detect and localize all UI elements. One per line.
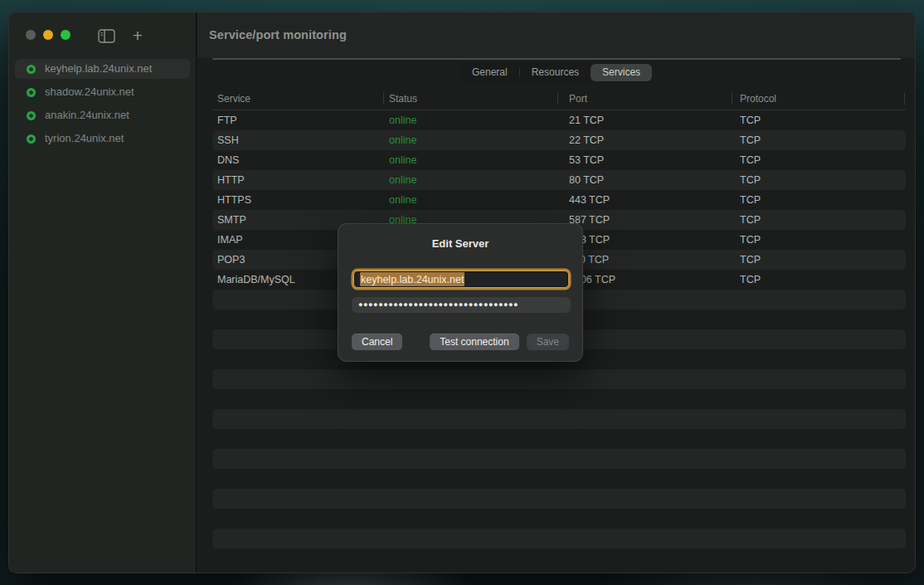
tab-services[interactable]: Services	[591, 64, 652, 81]
cell-service: IMAP	[217, 230, 243, 250]
selected-text: keyhelp.lab.24unix.net	[360, 272, 464, 286]
page-title: Service/port monitoring	[209, 12, 347, 58]
cell-protocol: TCP	[740, 170, 761, 190]
sidebar-item-server[interactable]: anakin.24unix.net	[15, 105, 190, 125]
cell-status: online	[389, 150, 416, 170]
online-status-dot-icon	[27, 65, 36, 74]
table-row[interactable]: FTPonline21 TCPTCP	[212, 110, 906, 130]
save-button[interactable]: Save	[527, 334, 569, 350]
cell-protocol: TCP	[740, 210, 761, 230]
empty-row	[212, 429, 906, 449]
cell-status: online	[389, 190, 416, 210]
server-host-input[interactable]: keyhelp.lab.24unix.net	[353, 271, 569, 288]
cell-port: 22 TCP	[569, 130, 604, 150]
cell-port: 21 TCP	[569, 110, 604, 130]
traffic-lights	[26, 30, 78, 40]
sidebar: + keyhelp.lab.24unix.netshadow.24unix.ne…	[9, 12, 197, 573]
column-separator	[904, 93, 905, 105]
tab-resources[interactable]: Resources	[520, 64, 591, 81]
column-separator	[383, 93, 384, 105]
test-connection-button[interactable]: Test connection	[430, 334, 518, 350]
empty-row	[212, 369, 906, 389]
cell-status: online	[389, 170, 416, 190]
column-header-status[interactable]: Status	[389, 87, 417, 110]
cell-protocol: TCP	[740, 130, 761, 150]
column-separator	[557, 93, 558, 105]
cell-service: SSH	[217, 130, 239, 150]
zoom-button[interactable]	[61, 30, 71, 40]
cell-protocol: TCP	[740, 110, 761, 130]
cell-protocol: TCP	[740, 230, 761, 250]
server-label: tyrion.24unix.net	[45, 132, 124, 144]
add-server-button[interactable]: +	[127, 27, 148, 44]
empty-row	[212, 389, 906, 409]
server-list: keyhelp.lab.24unix.netshadow.24unix.neta…	[15, 59, 190, 152]
sidebar-toolbar: +	[95, 27, 148, 44]
close-button[interactable]	[26, 30, 36, 40]
column-separator	[732, 93, 732, 105]
cell-protocol: TCP	[740, 190, 761, 210]
server-label: keyhelp.lab.24unix.net	[45, 62, 152, 75]
sidebar-item-server[interactable]: keyhelp.lab.24unix.net	[15, 59, 190, 79]
dialog-title: Edit Server	[338, 237, 582, 250]
minimize-button[interactable]	[43, 30, 53, 40]
titlebar: Service/port monitoring	[197, 12, 915, 58]
cell-port: 53 TCP	[569, 150, 604, 170]
empty-row	[212, 489, 906, 509]
table-row[interactable]: HTTPSonline443 TCPTCP	[212, 190, 906, 210]
cell-protocol: TCP	[740, 270, 761, 290]
dialog-buttons: Cancel Test connection Save	[352, 334, 569, 350]
column-header-service[interactable]: Service	[217, 87, 250, 110]
empty-row	[212, 469, 906, 489]
server-label: shadow.24unix.net	[45, 85, 134, 98]
edit-server-dialog: Edit Server keyhelp.lab.24unix.net ●●●●●…	[338, 223, 583, 362]
table-row[interactable]: SSHonline22 TCPTCP	[212, 130, 906, 150]
empty-row	[212, 409, 906, 429]
empty-row	[212, 509, 906, 529]
column-header-port[interactable]: Port	[569, 87, 587, 110]
content-divider	[212, 58, 901, 60]
tab-bar: GeneralResourcesServices	[460, 63, 653, 82]
online-status-dot-icon	[27, 88, 36, 97]
cell-service: FTP	[217, 110, 237, 130]
empty-row	[212, 449, 906, 469]
cell-service: HTTPS	[217, 190, 251, 210]
table-header: ServiceStatusPortProtocol	[212, 87, 906, 110]
cell-service: SMTP	[217, 210, 246, 230]
sidebar-item-server[interactable]: shadow.24unix.net	[15, 82, 190, 102]
table-row[interactable]: DNSonline53 TCPTCP	[212, 150, 906, 170]
sidebar-item-server[interactable]: tyrion.24unix.net	[15, 129, 190, 149]
cell-service: HTTP	[217, 170, 245, 190]
online-status-dot-icon	[27, 111, 36, 120]
plus-icon: +	[133, 28, 143, 43]
empty-row	[212, 529, 906, 548]
cell-status: online	[389, 110, 416, 130]
table-row[interactable]: HTTPonline80 TCPTCP	[212, 170, 906, 190]
cell-status: online	[389, 130, 416, 150]
column-header-protocol[interactable]: Protocol	[740, 87, 776, 110]
password-input[interactable]: ●●●●●●●●●●●●●●●●●●●●●●●●●●●●●●●●	[352, 297, 571, 313]
sidebar-toggle-icon	[98, 29, 115, 43]
cell-protocol: TCP	[740, 250, 761, 270]
server-label: anakin.24unix.net	[45, 109, 129, 121]
online-status-dot-icon	[27, 134, 36, 144]
tab-general[interactable]: General	[460, 64, 519, 81]
cell-service: POP3	[217, 250, 245, 270]
sidebar-toggle-button[interactable]	[95, 27, 117, 44]
cell-service: DNS	[217, 150, 239, 170]
cell-port: 80 TCP	[569, 170, 604, 190]
cell-port: 443 TCP	[569, 190, 610, 210]
cell-protocol: TCP	[740, 150, 761, 170]
cancel-button[interactable]: Cancel	[352, 334, 402, 350]
cell-service: MariaDB/MySQL	[217, 270, 295, 290]
